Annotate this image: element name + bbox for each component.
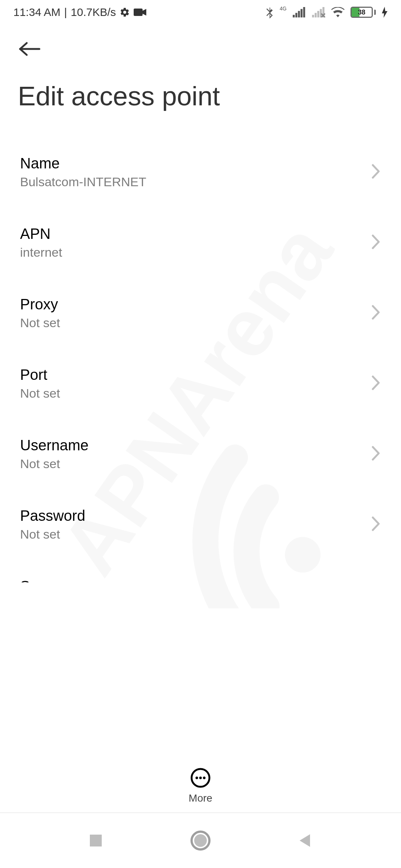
signal-sim2-icon [312, 7, 325, 17]
svg-rect-4 [298, 11, 300, 18]
setting-row-server[interactable]: ServerNot set [0, 568, 401, 582]
svg-rect-6 [303, 7, 305, 17]
svg-rect-1 [134, 9, 143, 16]
row-value: internet [20, 245, 62, 260]
row-value: Not set [20, 386, 60, 401]
square-icon [88, 833, 104, 848]
triangle-left-icon [297, 833, 313, 848]
row-label: Username [20, 437, 89, 454]
camera-icon [134, 8, 146, 17]
wifi-icon [331, 7, 345, 17]
circle-icon [190, 831, 211, 851]
setting-row-name[interactable]: NameBulsatcom-INTERNET [0, 145, 401, 200]
setting-row-proxy[interactable]: ProxyNot set [0, 286, 401, 341]
settings-gear-icon [120, 7, 130, 17]
battery-pct: 38 [352, 9, 372, 16]
nav-back-button[interactable] [297, 833, 313, 848]
row-label: Proxy [20, 296, 60, 313]
status-speed: 10.7KB/s [71, 6, 116, 19]
chevron-right-icon [371, 234, 381, 251]
row-label: Password [20, 507, 85, 524]
row-value: Not set [20, 457, 89, 471]
navigation-bar [0, 812, 401, 868]
svg-point-16 [196, 777, 198, 779]
setting-row-username[interactable]: UsernameNot set [0, 427, 401, 481]
battery-icon: 38 [351, 7, 376, 18]
signal-sim1-icon [293, 7, 306, 17]
more-icon [190, 768, 211, 788]
row-label: Port [20, 366, 60, 383]
chevron-right-icon [371, 445, 381, 463]
svg-point-21 [194, 834, 207, 847]
chevron-right-icon [371, 164, 381, 181]
svg-point-17 [199, 777, 202, 779]
setting-row-apn[interactable]: APNinternet [0, 215, 401, 270]
net-label: 4G [280, 6, 287, 11]
back-button[interactable] [18, 34, 48, 64]
row-label: APN [20, 226, 62, 242]
nav-recents-button[interactable] [88, 833, 104, 848]
svg-rect-2 [293, 15, 295, 17]
svg-rect-9 [317, 11, 319, 18]
setting-row-password[interactable]: PasswordNot set [0, 497, 401, 552]
bluetooth-icon [265, 6, 274, 19]
row-value: Bulsatcom-INTERNET [20, 175, 146, 189]
chevron-right-icon [371, 305, 381, 322]
chevron-right-icon [371, 375, 381, 392]
more-button[interactable]: More [0, 768, 401, 804]
svg-point-18 [203, 777, 206, 779]
row-label: Server [20, 578, 64, 582]
arrow-left-icon [18, 41, 42, 57]
setting-row-port[interactable]: PortNot set [0, 356, 401, 411]
status-time: 11:34 AM [13, 6, 61, 19]
page-title: Edit access point [18, 81, 383, 111]
nav-home-button[interactable] [190, 831, 211, 851]
more-label: More [189, 792, 212, 804]
row-label: Name [20, 155, 146, 172]
charging-icon [382, 7, 388, 18]
svg-rect-8 [315, 13, 317, 17]
settings-list: NameBulsatcom-INTERNETAPNinternetProxyNo… [0, 111, 401, 582]
status-bar: 11:34 AM | 10.7KB/s 4G [0, 0, 401, 24]
row-value: Not set [20, 316, 60, 330]
row-value: Not set [20, 527, 85, 542]
svg-rect-3 [296, 13, 297, 17]
svg-rect-19 [90, 835, 102, 846]
chevron-right-icon [371, 516, 381, 533]
svg-rect-5 [301, 9, 303, 17]
svg-rect-7 [312, 15, 314, 17]
